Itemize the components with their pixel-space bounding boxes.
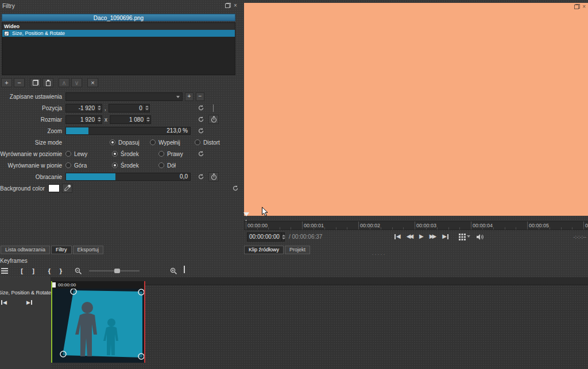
radio-wypelnij[interactable]: Wypełnij bbox=[150, 139, 192, 146]
presets-row: Zapisane ustawienia + − bbox=[0, 91, 240, 102]
magnifier-plus-icon bbox=[170, 267, 177, 275]
rotation-slider[interactable]: 0,0 bbox=[65, 173, 191, 181]
spinner-arrows[interactable] bbox=[96, 104, 102, 112]
radio-dopasuj[interactable]: Dopasuj bbox=[110, 139, 148, 146]
halign-row: Wyrównanie w poziomie Lewy Środek Prawy bbox=[0, 148, 240, 160]
clip-selection-handle[interactable] bbox=[52, 282, 56, 288]
radio-halign-center[interactable]: Środek bbox=[112, 151, 156, 157]
previous-keyframe-button[interactable]: ◀ bbox=[1, 300, 7, 305]
radio-halign-left[interactable]: Lewy bbox=[65, 151, 110, 157]
filter-enabled-checkbox[interactable]: ✓ bbox=[4, 31, 9, 36]
rotation-keyframes-button[interactable] bbox=[208, 172, 219, 181]
radio-distort[interactable]: Distort bbox=[195, 139, 220, 146]
reset-background-button[interactable] bbox=[231, 184, 240, 193]
reset-size-button[interactable] bbox=[196, 115, 206, 124]
preset-save-button[interactable]: + bbox=[185, 92, 194, 101]
grid-options-button[interactable] bbox=[459, 234, 470, 240]
ruler-tick: 00:00:01 bbox=[304, 223, 324, 228]
set-filter-start-button[interactable]: [ bbox=[17, 266, 26, 275]
radio-valign-top[interactable]: Góra bbox=[65, 162, 110, 169]
volume-button[interactable] bbox=[476, 234, 484, 242]
keyframes-clip[interactable]: 00:00:00 bbox=[52, 281, 145, 363]
zoom-slider[interactable]: 213,0 % bbox=[65, 127, 191, 135]
video-preview[interactable]: × bbox=[244, 3, 588, 216]
close-panel-icon[interactable]: × bbox=[582, 4, 586, 9]
deselect-filter-button[interactable]: × bbox=[87, 78, 98, 87]
move-filter-down-button[interactable]: ∨ bbox=[71, 78, 82, 87]
zoom-out-button[interactable] bbox=[75, 267, 82, 276]
zoom-slider-fill bbox=[66, 127, 88, 134]
size-keyframes-button[interactable] bbox=[208, 115, 219, 124]
chevron-down-icon bbox=[176, 96, 180, 100]
play-button[interactable]: ▶ bbox=[419, 234, 424, 239]
reset-halign-button[interactable] bbox=[196, 149, 206, 158]
spinner-arrows[interactable] bbox=[144, 104, 149, 112]
ruler-tick: 00:00:05 bbox=[529, 223, 549, 228]
size-mode-label: Size mode bbox=[0, 139, 65, 146]
keyframes-timeline: Size, Position & Rotate ◀ ▶ 00:00:00 bbox=[0, 277, 588, 369]
panel-splitter-handle[interactable]: ····· bbox=[350, 251, 408, 257]
radio-valign-bottom[interactable]: Dół bbox=[158, 162, 176, 169]
skip-to-start-button[interactable]: ◀ bbox=[394, 234, 401, 239]
preset-delete-button[interactable]: − bbox=[196, 92, 204, 101]
color-picker-button[interactable] bbox=[62, 184, 72, 193]
set-filter-end-button[interactable]: ] bbox=[29, 266, 38, 275]
tab-filters[interactable]: Filtry bbox=[51, 246, 72, 254]
spinner-arrows[interactable] bbox=[96, 116, 102, 123]
skip-to-end-button[interactable]: ▶ bbox=[442, 234, 448, 239]
paste-filters-button[interactable] bbox=[42, 78, 53, 87]
spinner-arrows[interactable] bbox=[281, 233, 285, 241]
size-height-field[interactable]: 1 080 bbox=[110, 115, 151, 124]
keyframe-indicator-line bbox=[213, 104, 214, 112]
tab-project[interactable]: Projekt bbox=[285, 246, 310, 254]
background-color-swatch[interactable] bbox=[48, 184, 60, 192]
close-panel-icon[interactable]: × bbox=[234, 3, 237, 8]
fit-square-icon bbox=[184, 266, 185, 273]
stopwatch-icon bbox=[211, 173, 217, 180]
player-time-ruler[interactable]: 00:00:00 00:00:01 00:00:02 00:00:03 00:0… bbox=[244, 221, 588, 230]
next-keyframe-button[interactable]: ▶ bbox=[26, 300, 32, 305]
zoom-fit-button[interactable] bbox=[184, 266, 185, 273]
background-color-row: Background color bbox=[0, 182, 240, 194]
radio-halign-right[interactable]: Prawy bbox=[158, 151, 183, 157]
copy-filters-button[interactable] bbox=[30, 78, 41, 87]
position-label: Pozycja bbox=[0, 105, 65, 111]
keyframes-toolbar: [ ] { } bbox=[0, 266, 588, 276]
fast-forward-button[interactable]: ▶▶ bbox=[430, 234, 436, 239]
rewind-button[interactable]: ◀◀ bbox=[407, 234, 413, 239]
float-panel-icon[interactable] bbox=[225, 3, 231, 8]
presets-dropdown[interactable] bbox=[65, 92, 183, 101]
zoom-in-button[interactable] bbox=[170, 267, 177, 276]
trim-in-handle[interactable] bbox=[51, 281, 52, 363]
tab-export[interactable]: Eksportuj bbox=[73, 246, 104, 254]
set-second-keyframe-button[interactable]: } bbox=[56, 266, 65, 275]
size-width-field[interactable]: 1 920 bbox=[65, 115, 102, 124]
rotation-row: Obracanie 0,0 bbox=[0, 171, 240, 182]
reset-zoom-button[interactable] bbox=[196, 126, 206, 135]
keyframes-menu-button[interactable] bbox=[1, 268, 8, 275]
keyframes-track-name: Size, Position & Rotate bbox=[0, 290, 52, 296]
move-filter-up-button[interactable]: ∧ bbox=[59, 78, 69, 87]
filter-list-item[interactable]: ✓ Size, Position & Rotate bbox=[2, 30, 235, 37]
zoom-value: 213,0 % bbox=[167, 127, 188, 134]
keyframes-zoom-slider[interactable] bbox=[89, 270, 140, 271]
set-first-keyframe-button[interactable]: { bbox=[45, 266, 54, 275]
filter-section-video: Wideo bbox=[2, 23, 235, 30]
zoom-slider-handle[interactable] bbox=[114, 269, 120, 273]
background-color-label: Background color bbox=[0, 185, 48, 192]
tab-playlist[interactable]: Lista odtwarzania bbox=[1, 246, 50, 254]
chevron-down-icon bbox=[467, 235, 470, 239]
current-position-field[interactable]: 00:00:00:00 bbox=[247, 232, 285, 242]
add-filter-button[interactable]: + bbox=[1, 78, 12, 87]
position-y-field[interactable]: 0 bbox=[109, 104, 150, 112]
remove-filter-button[interactable]: − bbox=[14, 78, 25, 87]
tab-source-clip[interactable]: Klip źródłowy bbox=[244, 246, 284, 254]
spinner-arrows[interactable] bbox=[145, 116, 150, 123]
reset-rotation-button[interactable] bbox=[196, 172, 206, 181]
reset-position-button[interactable] bbox=[196, 103, 206, 112]
trim-out-handle[interactable] bbox=[144, 281, 145, 363]
left-dock-tabbar: Lista odtwarzania Filtry Eksportuj bbox=[1, 246, 103, 254]
radio-valign-middle[interactable]: Środek bbox=[112, 162, 156, 169]
float-panel-icon[interactable] bbox=[574, 4, 580, 9]
position-x-field[interactable]: -1 920 bbox=[65, 104, 102, 112]
